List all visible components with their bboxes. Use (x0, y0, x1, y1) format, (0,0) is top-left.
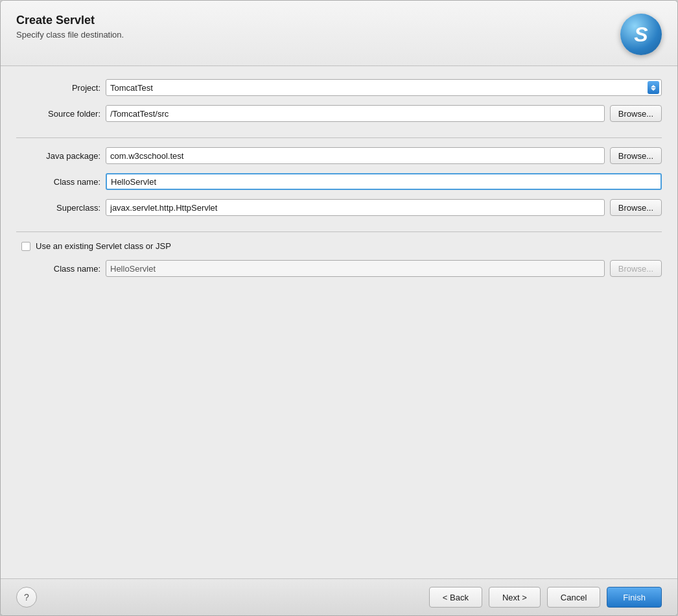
existing-servlet-checkbox-label: Use an existing Servlet class or JSP (36, 241, 171, 251)
dialog-header: Create Servlet Specify class file destin… (1, 1, 677, 66)
finish-button[interactable]: Finish (607, 587, 662, 608)
project-select[interactable]: TomcatTest (106, 79, 662, 96)
class-name-input[interactable] (106, 173, 662, 190)
superclass-label: Superclass: (16, 203, 100, 213)
help-button[interactable]: ? (16, 587, 37, 608)
footer-buttons: < Back Next > Cancel Finish (429, 587, 662, 608)
separator-1 (16, 137, 662, 138)
superclass-group: Superclass: Browse... (16, 199, 662, 216)
source-folder-label: Source folder: (16, 109, 100, 119)
existing-class-name-label: Class name: (16, 264, 100, 274)
header-icon: S (620, 14, 662, 55)
separator-2 (16, 231, 662, 232)
project-group: Project: TomcatTest (16, 79, 662, 96)
class-name-label: Class name: (16, 177, 100, 187)
java-package-browse-button[interactable]: Browse... (610, 147, 662, 164)
existing-class-name-input[interactable] (106, 260, 605, 277)
existing-servlet-checkbox-group: Use an existing Servlet class or JSP (21, 241, 662, 251)
header-icon-letter: S (634, 23, 648, 47)
dialog-title: Create Servlet (16, 14, 124, 27)
class-name-group: Class name: (16, 173, 662, 190)
java-package-label: Java package: (16, 151, 100, 161)
existing-class-name-group: Class name: Browse... (16, 260, 662, 277)
existing-servlet-checkbox[interactable] (21, 242, 30, 251)
java-package-input[interactable] (106, 147, 605, 164)
dialog-footer: ? < Back Next > Cancel Finish (1, 578, 677, 615)
source-folder-input[interactable] (106, 105, 605, 122)
java-package-group: Java package: Browse... (16, 147, 662, 164)
superclass-input[interactable] (106, 199, 605, 216)
superclass-browse-button[interactable]: Browse... (610, 199, 662, 216)
dialog-subtitle: Specify class file destination. (16, 30, 124, 40)
cancel-button[interactable]: Cancel (547, 587, 600, 608)
source-folder-browse-button[interactable]: Browse... (610, 105, 662, 122)
existing-class-browse-button: Browse... (610, 260, 662, 277)
next-button[interactable]: Next > (489, 587, 541, 608)
help-icon: ? (24, 592, 29, 602)
dialog-content: Project: TomcatTest Source folder: Brows… (1, 66, 677, 578)
create-servlet-dialog: Create Servlet Specify class file destin… (0, 0, 678, 616)
project-select-wrapper: TomcatTest (106, 79, 662, 96)
header-text: Create Servlet Specify class file destin… (16, 14, 124, 40)
back-button[interactable]: < Back (429, 587, 482, 608)
project-label: Project: (16, 83, 100, 93)
source-folder-group: Source folder: Browse... (16, 105, 662, 122)
